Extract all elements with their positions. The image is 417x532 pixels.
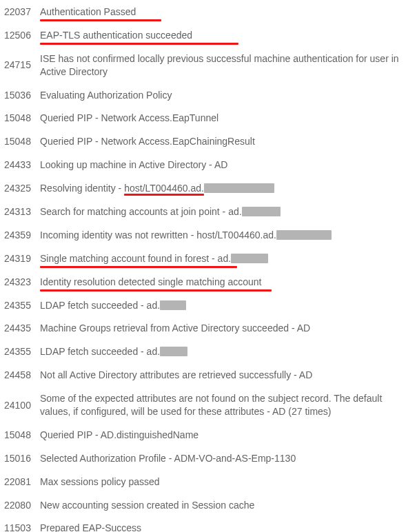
log-row: 15048Queried PIP - AD.distinguishedName — [0, 423, 417, 447]
log-row: 15048Queried PIP - Network Access.EapCha… — [0, 130, 417, 153]
log-desc-text: New accounting session created in Sessio… — [40, 500, 254, 511]
log-code: 15048 — [0, 130, 36, 153]
log-desc: Queried PIP - Network Access.EapChaining… — [36, 130, 417, 153]
log-row: 22081Max sessions policy passed — [0, 470, 417, 493]
log-code: 24433 — [0, 153, 36, 176]
log-code: 24313 — [0, 200, 36, 223]
log-desc-text: Looking up machine in Active Directory -… — [40, 159, 227, 170]
log-code: 24100 — [0, 387, 36, 423]
log-code: 15048 — [0, 423, 36, 447]
log-desc-text: Queried PIP - AD.distinguishedName — [40, 429, 199, 440]
log-desc: Machine Groups retrieval from Active Dir… — [36, 316, 417, 340]
log-desc: LDAP fetch succeeded - ad. — [36, 340, 417, 363]
log-desc-text: Selected Authorization Profile - ADM-VO-… — [40, 453, 296, 464]
log-desc: Selected Authorization Profile - ADM-VO-… — [36, 447, 417, 470]
log-code: 24319 — [0, 247, 36, 270]
log-code: 15036 — [0, 83, 36, 107]
log-row: 24313Search for matching accounts at joi… — [0, 200, 417, 223]
log-row: 24355LDAP fetch succeeded - ad. — [0, 340, 417, 363]
log-desc-text: Max sessions policy passed — [40, 476, 160, 487]
log-desc: Identity resolution detected single matc… — [36, 270, 417, 294]
redacted-span — [231, 254, 268, 263]
log-desc-text: Search for matching accounts at join poi… — [40, 206, 242, 217]
log-code: 24359 — [0, 223, 36, 247]
log-code: 22081 — [0, 470, 36, 493]
log-desc-highlight: host/LT004460.ad. — [124, 183, 204, 194]
log-table: 22037Authentication Passed12506EAP-TLS a… — [0, 0, 417, 532]
log-desc-text: Not all Active Directory attributes are … — [40, 369, 312, 380]
redacted-span — [276, 230, 332, 240]
log-desc: EAP-TLS authentication succeeded — [36, 23, 417, 47]
log-row: 15036Evaluating Authorization Policy — [0, 83, 417, 107]
log-desc-text: Incoming identity was not rewritten - ho… — [40, 229, 276, 241]
log-row: 24355LDAP fetch succeeded - ad. — [0, 294, 417, 317]
log-row: 24715ISE has not confirmed locally previ… — [0, 47, 417, 83]
log-desc-text: Machine Groups retrieval from Active Dir… — [40, 323, 310, 334]
log-desc-text: Some of the expected attributes are not … — [40, 393, 382, 417]
log-code: 24458 — [0, 363, 36, 387]
log-code: 22080 — [0, 493, 36, 517]
log-code: 24323 — [0, 270, 36, 294]
log-code: 15048 — [0, 106, 36, 130]
log-tbody: 22037Authentication Passed12506EAP-TLS a… — [0, 0, 417, 532]
log-row: 22037Authentication Passed — [0, 0, 417, 23]
log-row: 24433Looking up machine in Active Direct… — [0, 153, 417, 176]
log-desc: Single matching account found in forest … — [36, 247, 417, 270]
log-desc-text: Evaluating Authorization Policy — [40, 90, 172, 101]
log-row: 22080New accounting session created in S… — [0, 493, 417, 517]
log-code: 24355 — [0, 340, 36, 363]
log-code: 22037 — [0, 0, 36, 23]
redacted-span — [160, 347, 187, 356]
log-desc-text: Single matching account found in forest … — [40, 253, 231, 264]
log-code: 15016 — [0, 447, 36, 470]
log-code: 11503 — [0, 516, 36, 532]
redacted-span — [242, 207, 281, 216]
log-row: 24359Incoming identity was not rewritten… — [0, 223, 417, 247]
log-row: 24100Some of the expected attributes are… — [0, 387, 417, 423]
log-desc: Incoming identity was not rewritten - ho… — [36, 223, 417, 247]
redacted-span — [160, 300, 186, 310]
log-desc: New accounting session created in Sessio… — [36, 493, 417, 517]
log-row: 15016Selected Authorization Profile - AD… — [0, 447, 417, 470]
log-row: 24458Not all Active Directory attributes… — [0, 363, 417, 387]
log-code: 24355 — [0, 294, 36, 317]
log-desc: Resolving identity - host/LT004460.ad. — [36, 176, 417, 200]
log-row: 11503Prepared EAP-Success — [0, 516, 417, 532]
log-desc: Queried PIP - AD.distinguishedName — [36, 423, 417, 447]
log-code: 12506 — [0, 23, 36, 47]
log-code: 24325 — [0, 176, 36, 200]
log-desc: Looking up machine in Active Directory -… — [36, 153, 417, 176]
log-desc-text: LDAP fetch succeeded - ad. — [40, 346, 160, 357]
log-desc: Evaluating Authorization Policy — [36, 83, 417, 107]
log-desc: LDAP fetch succeeded - ad. — [36, 294, 417, 317]
log-desc: Authentication Passed — [36, 0, 417, 23]
log-desc: ISE has not confirmed locally previous s… — [36, 47, 417, 83]
log-desc: Some of the expected attributes are not … — [36, 387, 417, 423]
log-desc-text: Identity resolution detected single matc… — [40, 276, 261, 287]
log-row: 12506EAP-TLS authentication succeeded — [0, 23, 417, 47]
log-desc-text: Prepared EAP-Success — [40, 522, 141, 532]
log-desc: Max sessions policy passed — [36, 470, 417, 493]
log-desc-text: Authentication Passed — [40, 6, 136, 17]
log-desc: Not all Active Directory attributes are … — [36, 363, 417, 387]
log-row: 24325Resolving identity - host/LT004460.… — [0, 176, 417, 200]
log-desc-text: EAP-TLS authentication succeeded — [40, 30, 192, 41]
log-desc-text: Queried PIP - Network Access.EapChaining… — [40, 136, 255, 147]
log-desc: Prepared EAP-Success — [36, 516, 417, 532]
log-desc-text: Queried PIP - Network Access.EapTunnel — [40, 112, 218, 123]
log-desc-text: ISE has not confirmed locally previous s… — [40, 53, 399, 77]
log-desc: Search for matching accounts at join poi… — [36, 200, 417, 223]
log-desc: Queried PIP - Network Access.EapTunnel — [36, 106, 417, 130]
log-row: 24319Single matching account found in fo… — [0, 247, 417, 270]
log-row: 15048Queried PIP - Network Access.EapTun… — [0, 106, 417, 130]
log-row: 24323Identity resolution detected single… — [0, 270, 417, 294]
log-row: 24435Machine Groups retrieval from Activ… — [0, 316, 417, 340]
log-desc-text: LDAP fetch succeeded - ad. — [40, 300, 160, 311]
log-code: 24435 — [0, 316, 36, 340]
redacted-span — [204, 183, 274, 193]
log-code: 24715 — [0, 47, 36, 83]
